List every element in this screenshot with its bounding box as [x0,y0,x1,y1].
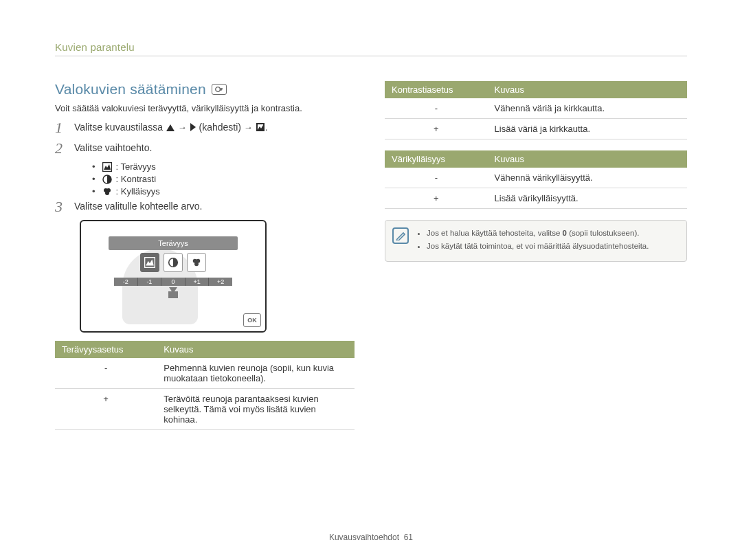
scale-tick: 0 [161,278,186,286]
saturation-icon [102,187,112,197]
table-row: + Lisää värikylläisyyttä. [385,188,687,209]
step-body: Valitse valitulle kohteelle arvo. [74,199,355,213]
cell-val: Pehmennä kuvien reunoja (sopii, kun kuvi… [157,358,355,389]
svg-marker-16 [146,260,153,266]
arrow-icon: → [178,122,187,133]
svg-rect-3 [221,89,223,90]
table-row: - Vähennä värikylläisyyttä. [385,168,687,188]
svg-rect-15 [145,258,155,268]
th-desc: Kuvaus [488,150,687,168]
cell-key: - [385,168,488,188]
title-text: Valokuvien säätäminen [55,81,206,98]
screen-saturation-icon [187,253,206,272]
step1-pre: Valitse kuvaustilassa [74,122,163,133]
table-row: - Vähennä väriä ja kirkkautta. [385,98,687,119]
scale-tick: +1 [186,278,210,286]
section-header: Kuvien parantelu [55,41,687,56]
note-icon [392,227,409,244]
cell-key: + [385,119,488,139]
scale-bar: -2 -1 0 +1 +2 [114,278,232,298]
note-item: Jos käytät tätä toimintoa, et voi määrit… [427,240,678,252]
cell-val: Vähennä väriä ja kirkkautta. [488,98,687,119]
note-box: Jos et halua käyttää tehosteita, valitse… [385,220,687,262]
svg-marker-4 [166,124,175,131]
scale-tick: -2 [114,278,138,286]
contrast-table: Kontrastiasetus Kuvaus - Vähennä väriä j… [385,81,687,139]
cell-val: Terävöitä reunoja parantaaksesi kuvien s… [157,389,355,430]
sharpness-icon [102,162,112,172]
screen-sharpness-icon [140,253,159,272]
scale-tick: +2 [209,278,232,286]
step-body: Valitse vaihtoehto. [74,141,355,155]
up-triangle-icon [166,122,175,135]
cell-key: - [385,98,488,119]
arrow-icon: → [244,122,253,133]
sub-label: : Kontrasti [116,174,157,184]
cell-val: Vähennä värikylläisyyttä. [488,168,687,188]
table-header-row: Värikylläisyys Kuvaus [385,150,687,168]
th-setting: Terävyysasetus [55,341,157,358]
sub-sharpness: : Terävyys [92,161,355,172]
sharpness-icon [256,122,265,135]
step1-paren: (kahdesti) [199,122,240,133]
scale-track: -2 -1 0 +1 +2 [114,278,232,286]
sub-contrast: : Kontrasti [92,174,355,184]
svg-point-0 [215,87,220,92]
step-body: Valitse kuvaustilassa → (kahdesti) → . [74,120,355,135]
svg-marker-5 [190,123,196,131]
scale-pointer-handle [168,291,178,298]
th-desc: Kuvaus [157,341,355,358]
footer-label: Kuvausvaihtoehdot [329,533,399,542]
svg-point-14 [105,191,109,195]
step-number: 1 [55,120,67,135]
step-number: 3 [55,199,67,214]
svg-rect-9 [102,162,111,171]
table-row: + Lisää väriä ja kirkkautta. [385,119,687,139]
screen-contrast-icon [164,253,183,272]
th-setting: Kontrastiasetus [385,81,488,98]
sub-label: : Terävyys [116,161,156,172]
table-row: - Pehmennä kuvien reunoja (sopii, kun ku… [55,358,355,389]
footer-page: 61 [404,533,413,542]
step1-end: . [265,122,268,133]
right-chevron-icon [190,122,196,135]
table-row: + Terävöitä reunoja parantaaksesi kuvien… [55,389,355,430]
cell-key: + [385,188,488,209]
step-2: 2 Valitse vaihtoehto. [55,141,355,156]
left-column: Valokuvien säätäminen Voit säätää valoku… [55,81,355,441]
two-column-layout: Valokuvien säätäminen Voit säätää valoku… [55,81,687,441]
table-header-row: Kontrastiasetus Kuvaus [385,81,687,98]
screen-icon-row [81,253,265,272]
contrast-icon [102,175,112,184]
sharpness-table: Terävyysasetus Kuvaus - Pehmennä kuvien … [55,341,355,430]
saturation-table: Värikylläisyys Kuvaus - Vähennä värikyll… [385,150,687,209]
note-item: Jos et halua käyttää tehosteita, valitse… [427,227,678,239]
th-setting: Värikylläisyys [385,150,488,168]
th-desc: Kuvaus [488,81,687,98]
step2-sublist: : Terävyys : Kontrasti : Kylläisyys [92,161,355,197]
cell-key: + [55,389,157,430]
steps-list-cont: 3 Valitse valitulle kohteelle arvo. [55,199,355,214]
svg-marker-10 [104,164,111,170]
step-1: 1 Valitse kuvaustilassa → (kahdesti) → . [55,120,355,135]
table-header-row: Terävyysasetus Kuvaus [55,341,355,358]
step-number: 2 [55,141,67,156]
camera-screenshot: Terävyys -2 -1 0 +1 +2 [80,220,267,333]
note1-pre: Jos et halua käyttää tehosteita, valitse [427,229,563,237]
intro-text: Voit säätää valokuviesi terävyyttä, väri… [55,103,355,113]
right-column: Kontrastiasetus Kuvaus - Vähennä väriä j… [385,81,687,441]
p-mode-icon [212,84,227,95]
svg-point-20 [194,262,199,267]
cell-val: Lisää väriä ja kirkkautta. [488,119,687,139]
step-3: 3 Valitse valitulle kohteelle arvo. [55,199,355,214]
svg-rect-2 [221,88,223,89]
note1-post: (sopii tulostukseen). [567,229,639,237]
sub-saturation: : Kylläisyys [92,186,355,197]
cell-val: Lisää värikylläisyyttä. [488,188,687,209]
page-title: Valokuvien säätäminen [55,81,355,98]
note-list: Jos et halua käyttää tehosteita, valitse… [427,227,678,253]
scale-tick: -1 [138,278,162,286]
page-footer: Kuvausvaihtoehdot 61 [0,533,742,542]
sub-label: : Kylläisyys [116,186,160,197]
steps-list: 1 Valitse kuvaustilassa → (kahdesti) → . [55,120,355,156]
